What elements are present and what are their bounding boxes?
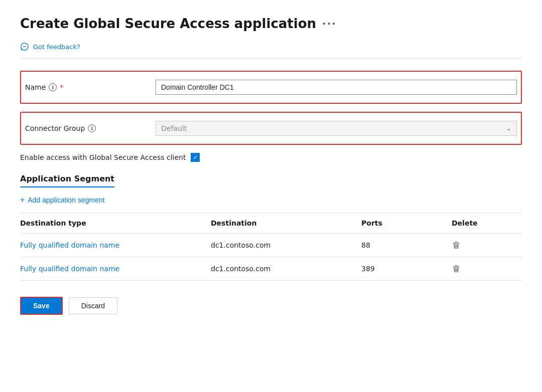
form-section: Name i * Connector Group i Default ⌄ (20, 71, 522, 145)
delete-row-button[interactable] (452, 241, 461, 250)
trash-icon (452, 241, 461, 250)
application-segment-section: Application Segment (20, 174, 522, 195)
section-title: Application Segment (20, 174, 114, 187)
trash-icon (452, 264, 461, 273)
name-required: * (60, 83, 63, 91)
page-title: Create Global Secure Access application … (20, 16, 522, 31)
check-icon: ✓ (193, 154, 198, 161)
col-header-delete: Delete (452, 213, 522, 234)
connector-group-row: Connector Group i Default ⌄ (20, 112, 522, 145)
connector-group-select[interactable]: Default ⌄ (156, 121, 517, 136)
footer-actions: Save Discard (20, 297, 522, 315)
table-row: Fully qualified domain namedc1.contoso.c… (20, 257, 522, 281)
dest-type-cell[interactable]: Fully qualified domain name (20, 257, 211, 281)
name-field-row: Name i * (20, 71, 522, 104)
name-info-icon[interactable]: i (49, 83, 57, 91)
col-header-dest-type: Destination type (20, 213, 211, 234)
name-label: Name i * (25, 83, 156, 91)
delete-row-button[interactable] (452, 264, 461, 273)
feedback-icon (20, 42, 29, 51)
chevron-down-icon: ⌄ (506, 125, 511, 132)
name-input[interactable] (156, 80, 517, 95)
plus-icon: + (20, 195, 25, 205)
svg-point-2 (25, 46, 26, 47)
feedback-label: Got feedback? (33, 43, 80, 51)
dest-type-cell[interactable]: Fully qualified domain name (20, 234, 211, 257)
save-button[interactable]: Save (20, 297, 63, 315)
page-title-text: Create Global Secure Access application (20, 16, 316, 31)
connector-info-icon[interactable]: i (88, 124, 96, 132)
connector-label-text: Connector Group (25, 124, 85, 132)
destination-cell: dc1.contoso.com (211, 234, 361, 257)
svg-point-0 (23, 46, 24, 47)
connector-label: Connector Group i (25, 124, 156, 132)
destination-cell: dc1.contoso.com (211, 257, 361, 281)
enable-access-row: Enable access with Global Secure Access … (20, 153, 522, 162)
svg-point-1 (24, 46, 25, 47)
segments-table: Destination type Destination Ports Delet… (20, 213, 522, 281)
table-header-row: Destination type Destination Ports Delet… (20, 213, 522, 234)
ports-cell: 88 (361, 234, 452, 257)
more-options-icon[interactable]: ··· (322, 18, 337, 30)
delete-cell (452, 234, 522, 257)
table-row: Fully qualified domain namedc1.contoso.c… (20, 234, 522, 257)
feedback-bar[interactable]: Got feedback? (20, 37, 522, 59)
col-header-ports: Ports (361, 213, 452, 234)
discard-button[interactable]: Discard (69, 297, 117, 314)
ports-cell: 389 (361, 257, 452, 281)
col-header-destination: Destination (211, 213, 361, 234)
delete-cell (452, 257, 522, 281)
add-application-segment-button[interactable]: + Add application segment (20, 195, 105, 205)
connector-group-value: Default (161, 124, 506, 132)
enable-access-checkbox[interactable]: ✓ (191, 153, 200, 162)
name-label-text: Name (25, 83, 46, 91)
add-segment-label: Add application segment (28, 196, 104, 204)
enable-access-label: Enable access with Global Secure Access … (20, 153, 186, 161)
